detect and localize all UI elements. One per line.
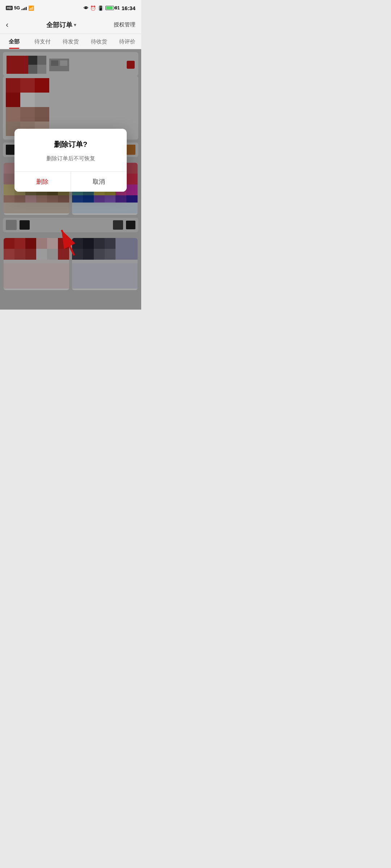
wifi-icon: 📶 — [28, 5, 34, 11]
signal-bars — [21, 6, 27, 10]
back-button[interactable]: ‹ — [6, 20, 8, 30]
status-bar: HD 5G 📶 👁 ⏰ 📳 91 16:34 — [0, 0, 141, 16]
vibrate-icon: 📳 — [98, 5, 104, 11]
status-right: 👁 ⏰ 📳 91 16:34 — [84, 5, 135, 11]
delete-button[interactable]: 删除 — [14, 172, 71, 192]
nav-header: ‹ 全部订单 ▾ 授权管理 — [0, 16, 141, 34]
title-dropdown-arrow[interactable]: ▾ — [74, 22, 76, 27]
dialog-title: 删除订单? — [23, 140, 118, 149]
dialog-buttons: 删除 取消 — [14, 172, 127, 192]
delete-dialog: 删除订单? 删除订单后不可恢复 删除 取消 — [14, 129, 127, 192]
battery-percent: 91 — [115, 5, 119, 10]
signal-bar-1 — [21, 9, 22, 10]
tab-pending-ship[interactable]: 待发货 — [56, 34, 85, 49]
signal-bar-4 — [26, 7, 27, 10]
dialog-body: 删除订单? 删除订单后不可恢复 — [14, 129, 127, 171]
tab-pending-receive[interactable]: 待收货 — [85, 34, 113, 49]
time-display: 16:34 — [122, 5, 135, 11]
cancel-button[interactable]: 取消 — [71, 172, 127, 192]
alarm-icon: ⏰ — [90, 5, 96, 11]
battery-container: 91 — [105, 5, 119, 10]
network-label: 5G — [14, 5, 20, 10]
status-left: HD 5G 📶 — [6, 5, 34, 11]
tab-all[interactable]: 全部 — [0, 34, 28, 49]
dialog-message: 删除订单后不可恢复 — [23, 154, 118, 163]
tabs-bar: 全部 待支付 待发货 待收货 待评价 — [0, 34, 141, 49]
svg-line-99 — [62, 230, 74, 255]
eye-icon: 👁 — [84, 5, 88, 11]
signal-bar-2 — [23, 8, 24, 10]
arrow-annotation — [52, 223, 85, 260]
auth-manage-button[interactable]: 授权管理 — [114, 21, 135, 28]
tab-pending-pay[interactable]: 待支付 — [28, 34, 56, 49]
hd-badge: HD — [6, 6, 13, 10]
dialog-overlay: 删除订单? 删除订单后不可恢复 删除 取消 — [0, 49, 141, 310]
battery-fill — [106, 7, 113, 9]
battery-icon — [105, 6, 114, 10]
page-title: 全部订单 ▾ — [46, 21, 76, 29]
tab-pending-review[interactable]: 待评价 — [113, 34, 141, 49]
signal-bar-3 — [24, 8, 25, 10]
